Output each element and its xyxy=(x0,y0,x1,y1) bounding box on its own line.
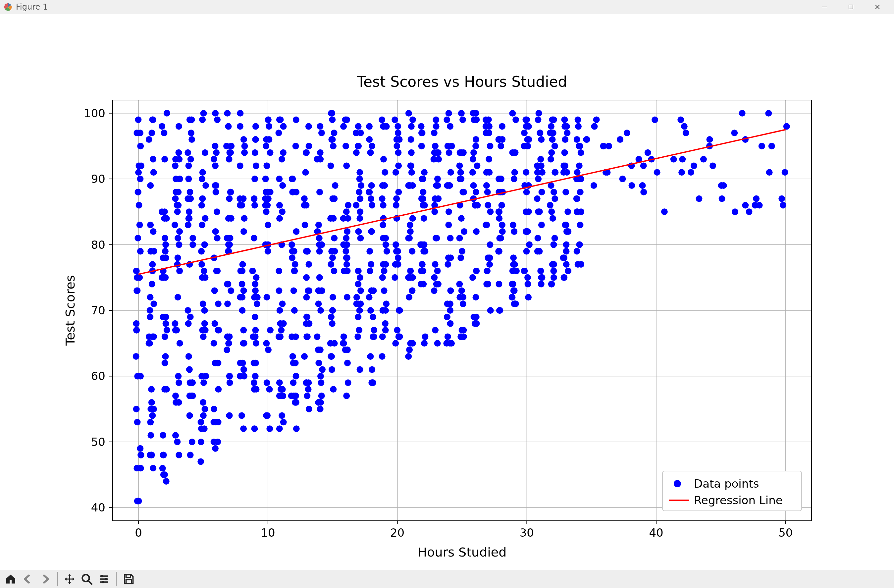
svg-point-363 xyxy=(252,136,259,143)
svg-point-776 xyxy=(431,209,438,215)
svg-point-894 xyxy=(496,281,503,287)
svg-point-223 xyxy=(198,458,204,465)
svg-point-954 xyxy=(523,189,530,195)
svg-text:Test Scores: Test Scores xyxy=(63,275,77,346)
svg-point-751 xyxy=(420,175,426,182)
toolbar-save-button[interactable] xyxy=(121,572,136,586)
svg-point-309 xyxy=(226,195,233,202)
svg-point-314 xyxy=(241,215,248,222)
svg-point-194 xyxy=(184,307,191,314)
toolbar-zoom-button[interactable] xyxy=(80,572,94,586)
svg-point-592 xyxy=(355,301,362,307)
svg-point-748 xyxy=(420,281,427,287)
svg-point-835 xyxy=(460,327,467,334)
svg-point-114 xyxy=(150,301,157,307)
toolbar-home-button[interactable] xyxy=(3,572,18,586)
svg-point-244 xyxy=(202,150,208,156)
svg-point-411 xyxy=(279,182,286,189)
svg-point-1092 xyxy=(678,169,685,175)
svg-point-726 xyxy=(406,182,413,189)
close-button[interactable] xyxy=(864,0,891,14)
svg-point-679 xyxy=(394,143,400,150)
svg-point-1018 xyxy=(563,261,570,268)
svg-point-213 xyxy=(189,242,196,248)
svg-point-371 xyxy=(251,195,257,202)
toolbar-forward-button[interactable] xyxy=(38,572,52,586)
svg-point-241 xyxy=(201,268,207,274)
svg-point-942 xyxy=(523,248,530,254)
svg-point-382 xyxy=(263,136,270,143)
maximize-button[interactable] xyxy=(838,0,864,14)
svg-point-728 xyxy=(406,346,413,353)
svg-point-908 xyxy=(496,248,503,254)
svg-point-388 xyxy=(264,413,270,419)
svg-point-498 xyxy=(316,248,323,254)
svg-point-850 xyxy=(474,162,481,169)
svg-point-437 xyxy=(276,425,283,432)
svg-point-833 xyxy=(459,248,465,254)
svg-point-122 xyxy=(162,248,169,254)
svg-point-432 xyxy=(280,320,287,327)
svg-point-375 xyxy=(252,373,259,379)
svg-point-332 xyxy=(240,287,247,294)
svg-point-1110 xyxy=(758,143,765,150)
svg-point-610 xyxy=(353,202,359,209)
svg-point-556 xyxy=(329,320,335,327)
svg-point-185 xyxy=(189,438,195,445)
toolbar-back-button[interactable] xyxy=(21,572,35,586)
svg-point-515 xyxy=(315,399,322,406)
svg-point-1026 xyxy=(561,274,568,281)
svg-point-1095 xyxy=(696,195,702,202)
svg-point-1103 xyxy=(719,195,725,202)
svg-point-630 xyxy=(371,327,377,334)
svg-point-268 xyxy=(212,110,219,116)
svg-point-1112 xyxy=(753,195,760,202)
svg-point-177 xyxy=(175,294,181,301)
svg-point-549 xyxy=(329,110,335,116)
svg-point-1080 xyxy=(640,162,647,169)
svg-point-695 xyxy=(394,136,400,143)
svg-point-879 xyxy=(483,182,490,189)
figure-canvas[interactable]: 01020304050405060708090100Hours StudiedT… xyxy=(0,14,894,570)
svg-point-779 xyxy=(432,143,439,150)
svg-point-1085 xyxy=(654,169,660,175)
minimize-button[interactable] xyxy=(811,0,838,14)
svg-point-166 xyxy=(172,432,179,438)
svg-point-507 xyxy=(315,360,322,366)
svg-point-990 xyxy=(534,195,541,202)
svg-point-1075 xyxy=(619,175,626,182)
svg-point-147 xyxy=(160,432,166,438)
toolbar-separator xyxy=(116,572,116,586)
svg-point-246 xyxy=(198,248,205,254)
svg-point-302 xyxy=(225,242,232,248)
svg-point-105 xyxy=(147,314,153,320)
svg-point-746 xyxy=(418,143,425,150)
svg-text:70: 70 xyxy=(91,304,105,317)
svg-point-1044 xyxy=(577,189,584,195)
svg-point-86 xyxy=(149,261,156,268)
svg-point-557 xyxy=(327,340,334,346)
svg-point-819 xyxy=(458,333,464,340)
svg-point-51 xyxy=(133,353,139,360)
svg-point-312 xyxy=(224,235,231,242)
svg-point-211 xyxy=(189,379,196,386)
svg-point-355 xyxy=(249,268,256,274)
toolbar-configure-button[interactable] xyxy=(97,572,111,586)
svg-point-466 xyxy=(293,189,299,195)
svg-point-379 xyxy=(264,379,270,386)
svg-point-931 xyxy=(509,294,515,301)
svg-point-422 xyxy=(276,307,283,314)
svg-point-517 xyxy=(315,346,322,353)
svg-point-1021 xyxy=(563,242,569,248)
svg-point-1012 xyxy=(548,123,554,130)
toolbar-pan-button[interactable] xyxy=(62,572,77,586)
svg-point-518 xyxy=(316,189,323,195)
svg-point-681 xyxy=(395,130,402,136)
svg-point-195 xyxy=(187,189,193,195)
svg-point-656 xyxy=(382,242,389,248)
svg-point-857 xyxy=(473,314,480,320)
svg-point-608 xyxy=(355,268,362,274)
svg-point-860 xyxy=(470,156,476,163)
svg-point-1060 xyxy=(574,136,580,143)
svg-point-773 xyxy=(433,123,439,130)
